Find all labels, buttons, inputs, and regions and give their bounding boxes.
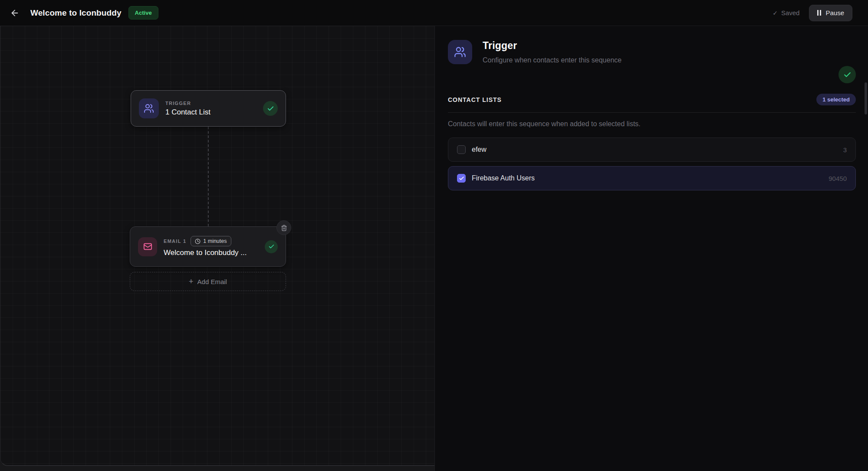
clock-icon: [195, 239, 201, 244]
topbar: Welcome to Iconbuddy Active ✓ Saved Paus…: [0, 0, 868, 26]
email-node-type-label: EMAIL 1: [164, 239, 186, 244]
contact-lists: efew 3 Firebase Auth Users 90450: [448, 137, 856, 190]
checkbox-unchecked[interactable]: [457, 145, 466, 154]
saved-label: Saved: [781, 9, 800, 16]
email-delay-label: 1 minutes: [203, 238, 227, 244]
list-count: 90450: [829, 175, 847, 182]
email-complete-check-icon: [265, 240, 278, 253]
add-email-label: Add Email: [197, 278, 227, 285]
section-description: Contacts will enter this sequence when a…: [448, 120, 856, 128]
panel-header-text: Trigger Configure when contacts enter th…: [483, 40, 621, 64]
users-icon: [139, 98, 159, 118]
back-button[interactable]: [7, 5, 23, 21]
contact-lists-section-header: CONTACT LISTS 1 selected: [448, 94, 856, 105]
list-item-efew[interactable]: efew 3: [448, 137, 856, 162]
list-item-firebase-auth-users[interactable]: Firebase Auth Users 90450: [448, 166, 856, 190]
list-name: efew: [472, 146, 487, 154]
trigger-complete-check-icon: [263, 101, 278, 116]
section-title: CONTACT LISTS: [448, 96, 502, 103]
users-icon: [448, 40, 472, 64]
trigger-node-type-label: TRIGGER: [165, 101, 258, 106]
trigger-configured-check-icon: [838, 66, 856, 83]
list-name: Firebase Auth Users: [472, 174, 535, 182]
checkbox-checked[interactable]: [457, 174, 466, 183]
delete-email-button[interactable]: [276, 220, 291, 235]
selected-count-badge: 1 selected: [816, 94, 856, 105]
panel-title: Trigger: [483, 40, 621, 52]
checkbox-check-icon: [459, 176, 464, 181]
content: TRIGGER 1 Contact List: [0, 26, 868, 471]
trigger-node-title: 1 Contact List: [165, 108, 258, 117]
scrollbar-thumb[interactable]: [865, 82, 867, 114]
mail-icon: [138, 237, 157, 256]
email-node-body: EMAIL 1 1 minutes Welcome to Iconbuddy .…: [164, 236, 260, 257]
plus-icon: +: [189, 278, 194, 285]
page-title: Welcome to Iconbuddy: [30, 8, 122, 18]
trigger-settings-panel: Trigger Configure when contacts enter th…: [434, 26, 868, 471]
email-node[interactable]: EMAIL 1 1 minutes Welcome to Iconbuddy .…: [130, 226, 286, 267]
section-divider: [448, 112, 856, 113]
sequence-builder-app: Welcome to Iconbuddy Active ✓ Saved Paus…: [0, 0, 868, 471]
email-delay-pill[interactable]: 1 minutes: [191, 236, 231, 246]
check-icon: ✓: [773, 10, 778, 16]
panel-subtitle: Configure when contacts enter this seque…: [483, 56, 621, 64]
add-email-button[interactable]: + Add Email: [130, 272, 286, 291]
trigger-node-body: TRIGGER 1 Contact List: [165, 101, 258, 117]
pause-icon: [817, 10, 821, 16]
email-node-title: Welcome to Iconbuddy ...: [164, 249, 260, 257]
saved-status: ✓ Saved: [773, 9, 799, 16]
trigger-node[interactable]: TRIGGER 1 Contact List: [131, 90, 286, 127]
flow-canvas[interactable]: TRIGGER 1 Contact List: [0, 26, 434, 466]
status-badge: Active: [128, 6, 158, 20]
node-connector-line: [208, 127, 209, 226]
topbar-actions: ✓ Saved Pause: [773, 5, 852, 21]
canvas-column: TRIGGER 1 Contact List: [0, 26, 434, 471]
pause-label: Pause: [825, 9, 844, 16]
list-count: 3: [843, 146, 847, 154]
panel-header: Trigger Configure when contacts enter th…: [448, 40, 856, 64]
trash-icon: [281, 225, 287, 231]
arrow-left-icon: [10, 8, 20, 18]
pause-button[interactable]: Pause: [809, 5, 852, 21]
